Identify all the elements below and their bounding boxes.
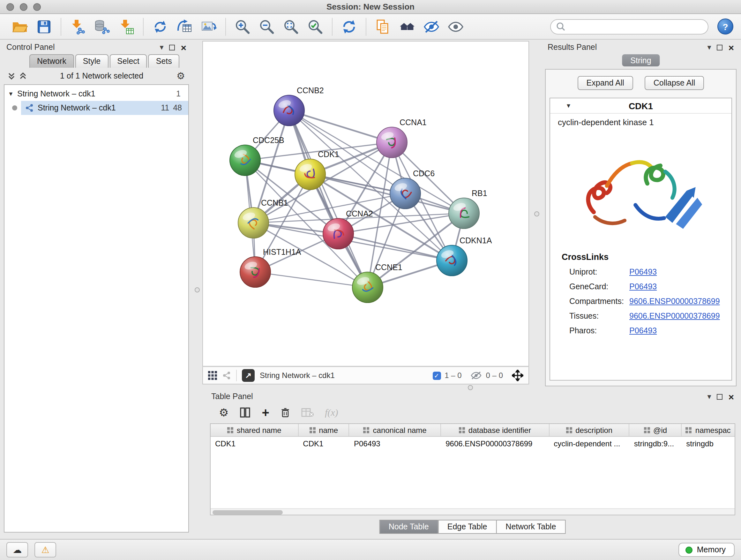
home-button[interactable] [396,16,418,37]
fit-content-button[interactable] [280,16,302,37]
tab-sets[interactable]: Sets [148,54,180,68]
network-edge[interactable] [338,234,452,260]
create-network-from-table-button[interactable] [174,16,195,37]
float-panel-icon[interactable] [717,44,723,50]
column-header-description[interactable]: description [549,424,629,436]
table-row[interactable]: CDK1 CDK1 P06493 9606.ENSP00000378699 cy… [211,437,735,450]
network-node-CCNB2[interactable] [274,95,305,126]
crosslink-uniprot-link[interactable]: P06493 [629,267,657,276]
column-header-namespace[interactable]: namespac [682,424,735,436]
panel-menu-icon[interactable]: ▾ [159,44,163,51]
cell-shared-name[interactable]: CDK1 [211,439,298,448]
zoom-out-button[interactable] [256,16,278,37]
network-node-CDC25B[interactable] [230,145,260,176]
network-node-HIST1H1A[interactable] [240,257,271,287]
expand-all-icon[interactable] [19,72,27,79]
network-node-CDK1[interactable] [295,159,326,190]
crosslink-tissues-link[interactable]: 9606.ENSP00000378699 [629,311,720,320]
gene-header-row[interactable]: ▾ CDK1 [550,98,731,114]
network-edge[interactable] [289,111,392,142]
cell-namespace[interactable]: stringdb [682,439,735,448]
zoom-selected-button[interactable] [305,16,326,37]
collapse-gene-icon[interactable]: ▾ [567,102,570,110]
open-session-button[interactable] [9,16,30,37]
crosslink-pharos-link[interactable]: P06493 [629,326,657,335]
network-edge[interactable] [255,272,367,287]
left-splitter-handle[interactable] [195,287,200,293]
column-header-database-identifier[interactable]: database identifier [441,424,549,436]
network-view[interactable]: CCNB2CCNA1CDC25BCDK1CDC6RB1CCNB1CCNA2CDK… [202,41,529,367]
tab-network-table[interactable]: Network Table [496,520,565,534]
zoom-in-button[interactable] [232,16,253,37]
scrollbar-thumb[interactable] [212,510,283,514]
network-options-gear-icon[interactable]: ⚙ [177,71,185,80]
tab-edge-table[interactable]: Edge Table [438,520,497,534]
network-node-CCNE1[interactable] [352,272,383,303]
network-view-share-icon[interactable] [222,371,231,380]
tab-network[interactable]: Network [29,54,74,68]
panel-menu-icon[interactable]: ▾ [707,44,711,51]
add-column-icon[interactable]: + [262,406,269,419]
cell-name[interactable]: CDK1 [298,439,349,448]
network-edge[interactable] [289,111,367,287]
network-node-CCNB1[interactable] [238,207,269,238]
grid-view-icon[interactable] [208,371,217,380]
expand-all-button[interactable]: Expand All [578,76,633,90]
network-collection-row[interactable]: ▼ String Network – cdk1 1 [4,87,188,101]
float-panel-icon[interactable] [717,394,723,399]
collapse-all-button[interactable]: Collapse All [645,76,704,90]
cell-id[interactable]: stringdb:9... [630,439,682,448]
import-network-from-database-button[interactable] [91,16,113,37]
help-button[interactable]: ? [718,18,733,35]
cell-canonical-name[interactable]: P06493 [349,439,441,448]
network-row-selected[interactable]: String Network – cdk1 11 48 [4,101,188,115]
export-image-button[interactable] [198,16,219,37]
tab-string[interactable]: String [622,54,659,66]
column-header-name[interactable]: name [298,424,349,436]
right-splitter-handle[interactable] [534,211,539,216]
collapse-all-icon[interactable] [8,72,15,79]
network-node-CCNA1[interactable] [377,127,407,158]
close-panel-icon[interactable]: × [728,392,734,401]
bottom-splitter-handle[interactable] [468,385,473,390]
column-header-id[interactable]: @id [630,424,682,436]
cell-description[interactable]: cyclin-dependent ... [549,439,629,448]
save-session-button[interactable] [33,16,55,37]
selected-checkbox-icon[interactable]: ✓ [432,371,441,380]
table-settings-gear-icon[interactable]: ⚙ [219,406,229,419]
delete-column-trash-icon[interactable] [280,408,290,418]
tab-node-table[interactable]: Node Table [379,520,439,534]
pan-move-icon[interactable] [512,370,523,381]
close-panel-icon[interactable]: × [728,43,734,52]
network-node-CDC6[interactable] [390,178,421,209]
column-header-shared-name[interactable]: shared name [211,424,298,436]
refresh-view-button[interactable] [338,16,360,37]
tab-select[interactable]: Select [110,54,147,68]
cell-database-identifier[interactable]: 9606.ENSP00000378699 [441,439,549,448]
hide-selected-button[interactable] [421,16,442,37]
close-panel-icon[interactable]: × [181,43,186,52]
show-all-button[interactable] [445,16,467,37]
network-node-CDKN1A[interactable] [436,245,467,276]
network-node-RB1[interactable] [449,198,479,229]
crosslink-genecard-link[interactable]: P06493 [629,282,657,291]
tab-style[interactable]: Style [75,54,109,68]
network-node-CCNA2[interactable] [323,219,354,249]
network-canvas[interactable]: CCNB2CCNA1CDC25BCDK1CDC6RB1CCNB1CCNA2CDK… [203,42,529,366]
tree-expand-icon[interactable]: ▼ [4,91,17,97]
search-field[interactable] [550,19,709,34]
copy-button[interactable] [372,16,394,37]
float-panel-icon[interactable] [169,44,175,50]
import-network-from-file-button[interactable] [67,16,89,37]
column-header-canonical-name[interactable]: canonical name [349,424,441,436]
panel-menu-icon[interactable]: ▾ [707,393,711,400]
clone-network-button[interactable] [149,16,171,37]
cloud-status-button[interactable]: ☁ [6,542,28,557]
crosslink-compartments-link[interactable]: 9606.ENSP00000378699 [629,297,720,306]
horizontal-scrollbar[interactable] [211,508,735,515]
open-in-window-button[interactable]: ↗ [242,369,255,382]
warnings-button[interactable]: ⚠ [35,542,56,557]
memory-button[interactable]: Memory [678,543,735,557]
import-table-from-file-button[interactable] [116,16,137,37]
search-input[interactable] [565,21,703,32]
